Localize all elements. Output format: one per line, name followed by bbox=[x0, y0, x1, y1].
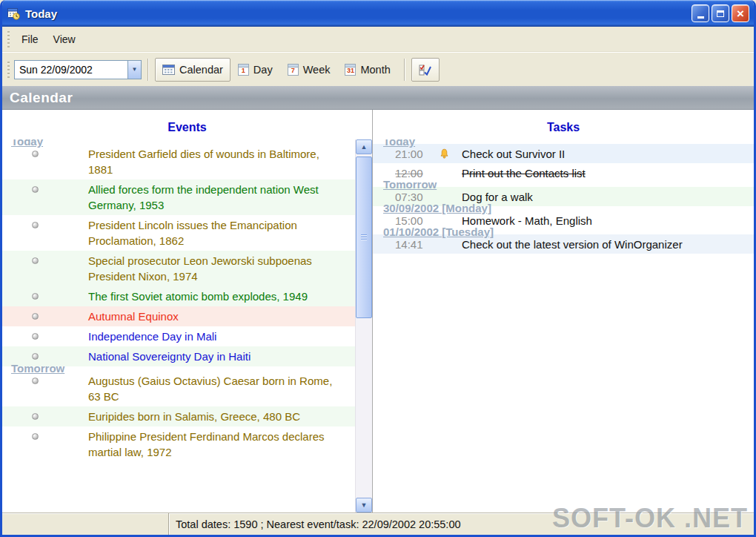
reminder-bell-icon bbox=[440, 148, 462, 159]
menubar: File View bbox=[2, 27, 754, 52]
statusbar: Total dates: 1590 ; Nearest event/task: … bbox=[2, 513, 754, 535]
event-text: President Garfield dies of wounds in Bal… bbox=[88, 146, 333, 177]
statusbar-left-section bbox=[2, 513, 169, 535]
task-time: 15:00 bbox=[395, 214, 440, 227]
status-text: Total dates: 1590 ; Nearest event/task: … bbox=[169, 518, 461, 530]
event-item[interactable]: Allied forces form the independent natio… bbox=[2, 179, 355, 215]
task-time: 12:00 bbox=[395, 167, 440, 179]
date-combobox-value: Sun 22/09/2002 bbox=[15, 64, 127, 76]
event-text: Allied forces form the independent natio… bbox=[88, 182, 333, 213]
maximize-icon bbox=[717, 10, 724, 17]
toolbar-separator bbox=[404, 59, 405, 81]
maximize-button[interactable] bbox=[712, 4, 729, 22]
tasks-list: Today21:00Check out Survivor II12:00Prin… bbox=[373, 139, 754, 513]
tasks-pane: Tasks Today21:00Check out Survivor II12:… bbox=[373, 110, 754, 513]
day-button-label: Day bbox=[253, 64, 273, 76]
banner: Calendar bbox=[2, 86, 754, 110]
event-item[interactable]: Independence Day in Mali bbox=[2, 326, 355, 346]
task-text: Check out Survivor II bbox=[462, 148, 565, 160]
week-icon: 7 bbox=[288, 64, 299, 76]
event-item[interactable]: The first Soviet atomic bomb explodes, 1… bbox=[2, 286, 355, 306]
event-text: National Sovereignty Day in Haiti bbox=[88, 349, 251, 364]
event-item[interactable]: Autumnal Equinox bbox=[2, 306, 355, 326]
task-text: Dog for a walk bbox=[462, 191, 533, 203]
task-item[interactable]: 21:00Check out Survivor II bbox=[373, 144, 754, 163]
event-bullet-icon bbox=[32, 333, 39, 340]
menu-file[interactable]: File bbox=[14, 30, 46, 48]
event-text: Independence Day in Mali bbox=[88, 329, 216, 344]
month-button-label: Month bbox=[360, 64, 390, 76]
event-bullet-icon bbox=[32, 413, 39, 420]
event-item[interactable]: Philippine President Ferdinand Marcos de… bbox=[2, 426, 355, 462]
event-item[interactable]: President Lincoln issues the Emancipatio… bbox=[2, 215, 355, 251]
task-text: Check out the latest version of WinOrgan… bbox=[462, 238, 683, 251]
week-button[interactable]: 7 Week bbox=[280, 58, 338, 82]
event-bullet-icon bbox=[32, 222, 39, 228]
week-button-label: Week bbox=[303, 64, 331, 76]
task-text: Homework - Math, English bbox=[462, 214, 592, 227]
checklist-icon bbox=[419, 64, 432, 76]
event-item[interactable]: Special prosecutor Leon Jeworski subpoen… bbox=[2, 251, 355, 286]
month-button[interactable]: 31 Month bbox=[337, 58, 397, 82]
scroll-up-icon[interactable]: ▲ bbox=[356, 139, 372, 154]
event-bullet-icon bbox=[32, 293, 39, 300]
titlebar[interactable]: Today × bbox=[2, 0, 754, 27]
scroll-down-icon[interactable]: ▼ bbox=[356, 498, 372, 513]
calendar-button-label: Calendar bbox=[179, 64, 223, 76]
tasks-pane-header: Tasks bbox=[373, 110, 754, 139]
menu-view[interactable]: View bbox=[46, 30, 83, 48]
event-text: Special prosecutor Leon Jeworski subpoen… bbox=[88, 253, 333, 284]
event-bullet-icon bbox=[32, 433, 39, 440]
event-bullet-icon bbox=[32, 186, 39, 193]
date-combobox[interactable]: Sun 22/09/2002 ▼ bbox=[14, 60, 142, 79]
banner-title: Calendar bbox=[10, 90, 73, 106]
event-bullet-icon bbox=[32, 378, 39, 384]
event-text: The first Soviet atomic bomb explodes, 1… bbox=[88, 289, 308, 304]
event-text: Autumnal Equinox bbox=[88, 309, 179, 324]
task-time: 21:00 bbox=[395, 148, 440, 160]
minimize-icon bbox=[697, 16, 704, 19]
task-time: 07:30 bbox=[395, 191, 440, 203]
menu-gripper-icon[interactable] bbox=[7, 31, 10, 47]
event-item[interactable]: President Garfield dies of wounds in Bal… bbox=[2, 144, 355, 179]
event-bullet-icon bbox=[32, 151, 39, 157]
app-window: Today × File View Sun 22/09/2002 ▼ bbox=[0, 0, 756, 537]
event-text: Euripides born in Salamis, Greece, 480 B… bbox=[88, 409, 300, 424]
app-icon bbox=[7, 7, 21, 21]
scroll-thumb[interactable] bbox=[356, 157, 372, 318]
day-button[interactable]: 1 Day bbox=[231, 58, 280, 82]
month-icon: 31 bbox=[345, 64, 356, 76]
calendar-icon bbox=[162, 64, 175, 76]
toolbar-gripper-icon[interactable] bbox=[7, 62, 10, 78]
combobox-dropdown-icon[interactable]: ▼ bbox=[127, 61, 141, 79]
event-text: Augustus (Gaius Octavius) Caesar born in… bbox=[88, 373, 333, 404]
event-text: President Lincoln issues the Emancipatio… bbox=[88, 217, 333, 248]
scroll-grip-icon bbox=[361, 234, 367, 240]
event-bullet-icon bbox=[32, 353, 39, 360]
task-text: Print out the Contacts list bbox=[462, 167, 586, 179]
scroll-track[interactable] bbox=[356, 154, 372, 498]
task-item[interactable]: 14:41Check out the latest version of Win… bbox=[373, 234, 754, 254]
checklist-button[interactable] bbox=[411, 58, 440, 82]
toolbar: Sun 22/09/2002 ▼ Calendar 1 Day 7 bbox=[2, 52, 754, 86]
events-pane-header: Events bbox=[2, 110, 372, 139]
content-area: Events TodayPresident Garfield dies of w… bbox=[2, 110, 754, 513]
event-bullet-icon bbox=[32, 313, 39, 320]
event-text: Philippine President Ferdinand Marcos de… bbox=[88, 429, 333, 460]
day-icon: 1 bbox=[238, 64, 249, 76]
toolbar-separator bbox=[147, 59, 149, 81]
minimize-button[interactable] bbox=[692, 4, 709, 22]
close-button[interactable]: × bbox=[732, 4, 749, 22]
events-list: TodayPresident Garfield dies of wounds i… bbox=[2, 139, 355, 513]
event-bullet-icon bbox=[32, 257, 39, 264]
window-title: Today bbox=[25, 7, 689, 20]
event-item[interactable]: Augustus (Gaius Octavius) Caesar born in… bbox=[2, 371, 355, 406]
task-time: 14:41 bbox=[395, 238, 440, 251]
event-item[interactable]: Euripides born in Salamis, Greece, 480 B… bbox=[2, 406, 355, 426]
calendar-button[interactable]: Calendar bbox=[155, 58, 231, 82]
events-pane: Events TodayPresident Garfield dies of w… bbox=[2, 110, 373, 513]
events-scrollbar[interactable]: ▲ ▼ bbox=[355, 139, 372, 513]
